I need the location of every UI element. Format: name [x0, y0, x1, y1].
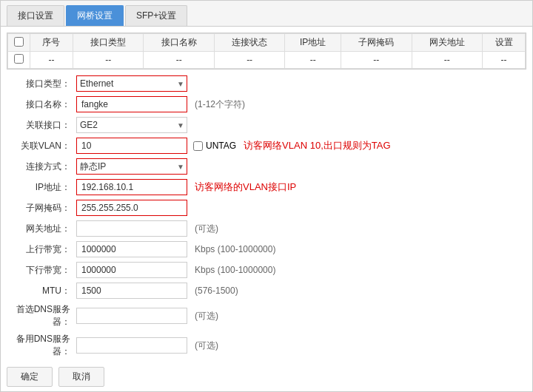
row-seq: -- [30, 52, 73, 69]
confirm-button[interactable]: 确定 [7, 367, 53, 387]
gateway-hint: (可选) [195, 223, 218, 235]
col-check[interactable] [8, 34, 30, 52]
row-check[interactable] [8, 52, 30, 69]
cancel-button[interactable]: 取消 [58, 367, 104, 387]
row-ip: -- [285, 52, 341, 69]
port-type-select[interactable]: Ethernet PPPoE DHCP [76, 75, 187, 92]
tab-sfp[interactable]: SFP+设置 [125, 5, 187, 26]
col-ip: IP地址 [285, 34, 341, 52]
port-name-input[interactable] [76, 96, 187, 112]
up-bw-label: 上行带宽： [10, 243, 76, 256]
col-settings: 设置 [483, 34, 526, 52]
subnet-row: 子网掩码： [7, 200, 526, 216]
main-window: 接口设置 网桥设置 SFP+设置 序号 接口类型 接口名称 连接状态 IP地址 … [0, 0, 533, 392]
connect-mode-select-wrapper: 静态IP 动态IP PPPoE ▼ [76, 158, 187, 175]
tab-port[interactable]: 接口设置 [7, 5, 64, 26]
bind-port-label: 关联接口： [10, 119, 76, 132]
untag-checkbox-label[interactable]: UNTAG [193, 141, 236, 151]
row-settings: -- [483, 52, 526, 69]
dns1-hint: (可选) [195, 310, 218, 322]
up-bw-hint: Kbps (100-1000000) [195, 244, 275, 254]
down-bw-row: 下行带宽： Kbps (100-1000000) [7, 262, 526, 278]
ip-label: IP地址： [10, 181, 76, 194]
select-all-checkbox[interactable] [14, 37, 24, 47]
ip-row: IP地址： 访客网络的VLAN接口IP [7, 179, 526, 195]
port-name-hint: (1-12个字符) [195, 98, 245, 111]
col-subnet: 子网掩码 [341, 34, 412, 52]
col-seq: 序号 [30, 34, 73, 52]
button-row: 确定 取消 [7, 367, 526, 387]
row-type: -- [73, 52, 143, 69]
row-checkbox[interactable] [14, 54, 24, 64]
col-type: 接口类型 [73, 34, 143, 52]
dns1-label: 首选DNS服务器： [10, 303, 76, 328]
dns2-row: 备用DNS服务器： (可选) [7, 333, 526, 358]
row-gateway: -- [412, 52, 482, 69]
mtu-row: MTU： (576-1500) [7, 283, 526, 299]
untag-checkbox[interactable] [193, 141, 203, 151]
row-subnet: -- [341, 52, 412, 69]
subnet-input[interactable] [76, 200, 187, 216]
subnet-label: 子网掩码： [10, 202, 76, 214]
untag-label: UNTAG [206, 141, 236, 151]
bind-vlan-label: 关联VLAN： [10, 140, 76, 152]
col-gateway: 网关地址 [412, 34, 482, 52]
row-name: -- [144, 52, 214, 69]
bind-vlan-input[interactable] [76, 138, 187, 154]
port-table-area: 序号 接口类型 接口名称 连接状态 IP地址 子网掩码 网关地址 设置 -- -… [7, 33, 526, 70]
port-type-row: 接口类型： Ethernet PPPoE DHCP ▼ [7, 75, 526, 92]
connect-mode-select[interactable]: 静态IP 动态IP PPPoE [76, 158, 187, 175]
col-name: 接口名称 [144, 34, 214, 52]
col-status: 连接状态 [214, 34, 284, 52]
gateway-input[interactable] [76, 220, 187, 237]
dns1-row: 首选DNS服务器： (可选) [7, 303, 526, 328]
down-bw-input[interactable] [76, 262, 187, 278]
tab-bridge[interactable]: 网桥设置 [66, 5, 124, 26]
row-status: -- [214, 52, 284, 69]
port-name-row: 接口名称： (1-12个字符) [7, 96, 526, 112]
bind-port-select[interactable]: GE2 GE1 GE3 [76, 117, 187, 133]
mtu-hint: (576-1500) [195, 285, 238, 296]
bind-port-select-wrapper: GE2 GE1 GE3 ▼ [76, 117, 187, 133]
port-type-label: 接口类型： [10, 78, 76, 90]
dns2-input[interactable] [76, 337, 187, 354]
gateway-label: 网关地址： [10, 223, 76, 235]
tab-bar: 接口设置 网桥设置 SFP+设置 [1, 1, 532, 27]
down-bw-hint: Kbps (100-1000000) [195, 265, 275, 275]
mtu-input[interactable] [76, 283, 187, 299]
up-bw-row: 上行带宽： Kbps (100-1000000) [7, 241, 526, 257]
port-name-label: 接口名称： [10, 98, 76, 111]
port-table: 序号 接口类型 接口名称 连接状态 IP地址 子网掩码 网关地址 设置 -- -… [7, 33, 526, 69]
mtu-label: MTU： [10, 285, 76, 297]
port-type-select-wrapper: Ethernet PPPoE DHCP ▼ [76, 75, 187, 92]
down-bw-label: 下行带宽： [10, 264, 76, 277]
dns2-label: 备用DNS服务器： [10, 333, 76, 358]
gateway-row: 网关地址： (可选) [7, 220, 526, 237]
bind-port-row: 关联接口： GE2 GE1 GE3 ▼ [7, 117, 526, 133]
dns2-hint: (可选) [195, 339, 218, 352]
vlan-hint: 访客网络VLAN 10,出口规则为TAG [244, 139, 390, 152]
form-area: 接口类型： Ethernet PPPoE DHCP ▼ 接口名称： (1-12个… [7, 75, 526, 359]
dns1-input[interactable] [76, 308, 187, 324]
table-row: -- -- -- -- -- -- -- -- [8, 52, 526, 69]
ip-input[interactable] [76, 179, 187, 195]
up-bw-input[interactable] [76, 241, 187, 257]
connect-mode-row: 连接方式： 静态IP 动态IP PPPoE ▼ [7, 158, 526, 175]
connect-mode-label: 连接方式： [10, 160, 76, 173]
bind-vlan-row: 关联VLAN： UNTAG 访客网络VLAN 10,出口规则为TAG [7, 138, 526, 154]
ip-hint: 访客网络的VLAN接口IP [195, 180, 296, 194]
